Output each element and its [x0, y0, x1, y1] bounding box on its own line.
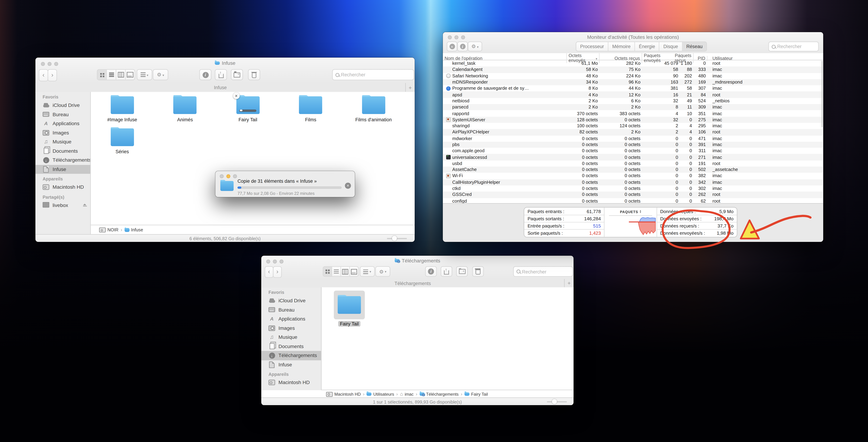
sidebar-item-bureau[interactable]: Bureau	[35, 110, 90, 119]
search-field[interactable]: Rechercher	[332, 69, 414, 80]
quit-process-button[interactable]: ×	[447, 41, 457, 52]
forward-button[interactable]: ›	[48, 69, 57, 81]
process-row[interactable]: mDNSResponder34 Ko96 Ko163272169_mdnsres…	[443, 79, 823, 86]
path-item-infuse[interactable]: Infuse	[124, 227, 143, 232]
group-by-button[interactable]: ▾	[137, 69, 152, 80]
process-row[interactable]: CallHistoryPluginHelper0 octets0 octets0…	[443, 179, 823, 185]
process-row[interactable]: universalaccessd0 octets0 octets00271ima…	[443, 154, 823, 160]
process-row[interactable]: Safari Networking48 Ko224 Ko90202480imac	[443, 73, 823, 79]
process-row[interactable]: kernel_task61,1 Mo282 Ko45 0791 1800root	[443, 60, 823, 67]
path-item-t-l-chargements[interactable]: ↓Téléchargements	[420, 391, 459, 397]
titlebar[interactable]: ↓ Téléchargements ‹ › ▾ ⚙▾ i Rechercher	[261, 256, 574, 280]
process-row[interactable]: AssetCache0 octets0 octets00502_assetcac…	[443, 166, 823, 173]
process-row[interactable]: SystemUIServer128 octets0 octets320275im…	[443, 117, 823, 123]
action-menu-button[interactable]: ⚙▾	[375, 266, 390, 277]
column-header-pid[interactable]: PID	[694, 56, 708, 61]
forward-button[interactable]: ›	[273, 266, 282, 278]
sidebar-item-applications[interactable]: AApplications	[261, 314, 321, 323]
sidebar-item-macintosh-hd[interactable]: Macintosh HD	[35, 183, 90, 192]
titlebar[interactable]: Moniteur d'activité (Toutes les opératio…	[443, 32, 823, 54]
sidebar-item-t-l-chargements[interactable]: ↓Téléchargements	[35, 156, 90, 165]
sidebar-item-musique[interactable]: ♫Musique	[261, 333, 321, 342]
icon-size-slider[interactable]	[387, 238, 407, 239]
sidebar-item-infuse[interactable]: Infuse	[261, 360, 321, 369]
tab-infuse[interactable]: Infuse	[35, 85, 405, 90]
file-item-fairy-tail[interactable]: ×Fairy Tail	[216, 96, 279, 122]
process-row[interactable]: apsd4 Ko12 Ko162184root	[443, 92, 823, 98]
sidebar-item-macintosh-hd[interactable]: Macintosh HD	[261, 378, 321, 387]
process-row[interactable]: AirPlayXPCHelper82 octets2 Ko24106root	[443, 129, 823, 135]
path-item-imac[interactable]: ⌂imac	[400, 391, 413, 397]
process-row[interactable]: usbd0 octets0 octets00191root	[443, 160, 823, 167]
view-list-button[interactable]	[107, 70, 116, 80]
new-folder-button[interactable]	[456, 266, 468, 277]
process-row[interactable]: sharingd100 octets124 octets24295imac	[443, 123, 823, 129]
back-button[interactable]: ‹	[39, 69, 48, 81]
process-row[interactable]: Wi-Fi0 octets0 octets00382imac	[443, 173, 823, 179]
view-columns-button[interactable]	[116, 70, 126, 80]
view-columns-button[interactable]	[341, 267, 350, 276]
path-item-utilisateurs[interactable]: Utilisateurs	[367, 391, 394, 397]
get-info-button[interactable]: i	[425, 266, 437, 277]
view-grid-button[interactable]	[97, 70, 107, 80]
view-list-button[interactable]	[332, 267, 341, 276]
inspect-process-button[interactable]: i	[457, 41, 468, 52]
process-row[interactable]: configd0 octets0 octets0062root	[443, 198, 823, 203]
sidebar-item-images[interactable]: Images	[35, 128, 90, 137]
group-by-button[interactable]: ▾	[360, 266, 375, 277]
new-folder-button[interactable]	[231, 69, 243, 80]
column-header-user[interactable]: Utilisateur	[708, 56, 823, 61]
process-row[interactable]: GSSCred0 octets0 octets00262root	[443, 192, 823, 198]
view-grid-button[interactable]	[323, 267, 332, 276]
icon-size-slider[interactable]	[547, 401, 567, 402]
sidebar-item-icloud-drive[interactable]: iCloud Drive	[35, 101, 90, 110]
file-item-anim-s[interactable]: Animés	[154, 96, 216, 122]
tab-downloads[interactable]: Téléchargements	[261, 280, 564, 286]
sidebar-item-icloud-drive[interactable]: iCloud Drive	[261, 296, 321, 305]
file-item-films-d-animation[interactable]: Films d'animation	[342, 96, 405, 122]
sidebar-item-documents[interactable]: Documents	[35, 147, 90, 156]
process-row[interactable]: netbiosd2 Ko6 Ko3249524_netbios	[443, 98, 823, 104]
tab-r-seau[interactable]: Réseau	[682, 42, 707, 51]
back-button[interactable]: ‹	[265, 266, 273, 278]
tab-m-moire[interactable]: Mémoire	[608, 42, 635, 51]
sidebar-item-applications[interactable]: AApplications	[35, 119, 90, 128]
titlebar[interactable]: Infuse ‹ › ▾ ⚙▾ i Rechercher	[35, 58, 415, 84]
tab-processeur[interactable]: Processeur	[576, 42, 608, 51]
file-item--image-infuse[interactable]: #Image Infuse	[91, 96, 154, 122]
file-item-s-ries[interactable]: Séries	[91, 128, 154, 155]
sidebar-item-livebox[interactable]: livebox	[35, 201, 90, 210]
new-tab-button[interactable]: +	[564, 279, 574, 287]
close-button[interactable]	[220, 174, 224, 178]
new-tab-button[interactable]: +	[405, 83, 415, 92]
graph-mode-selector[interactable]: PAQUETS ▴▾	[609, 208, 652, 216]
view-switcher[interactable]	[97, 69, 135, 80]
sidebar-item-infuse[interactable]: Infuse	[35, 165, 90, 174]
share-button[interactable]	[441, 266, 452, 277]
file-item-films[interactable]: Films	[279, 96, 342, 122]
action-menu-button[interactable]: ⚙▾	[153, 69, 168, 80]
settings-menu-button[interactable]: ⚙▾	[468, 41, 482, 52]
file-item-fairy-tail[interactable]: Fairy Tail	[332, 290, 367, 326]
sidebar-item-musique[interactable]: ♫Musique	[35, 137, 90, 147]
process-row[interactable]: ctkd0 octets0 octets00302imac	[443, 185, 823, 192]
process-row[interactable]: pbs0 octets0 octets00391imac	[443, 141, 823, 148]
process-row[interactable]: mdworker0 octets0 octets00471imac	[443, 135, 823, 141]
sidebar-item-documents[interactable]: Documents	[261, 342, 321, 351]
scrollbar[interactable]	[821, 61, 823, 127]
get-info-button[interactable]: i	[199, 69, 211, 80]
tab-disque[interactable]: Disque	[660, 42, 683, 51]
path-item-macintosh-hd[interactable]: Macintosh HD	[326, 391, 361, 397]
minimize-button[interactable]	[226, 174, 230, 178]
sidebar-item-images[interactable]: Images	[261, 323, 321, 333]
share-button[interactable]	[215, 69, 227, 80]
process-row[interactable]: Programme de sauvegarde et de sy…8 Ko44 …	[443, 85, 823, 92]
path-item-fairy-tail[interactable]: Fairy Tail	[465, 391, 488, 397]
view-switcher[interactable]	[323, 266, 359, 277]
zoom-button[interactable]	[233, 174, 237, 178]
process-row[interactable]: CalendarAgent58 Ko75 Ko5888333imac	[443, 66, 823, 73]
process-row[interactable]: rapportd370 octets383 octets410351imac	[443, 110, 823, 117]
eject-icon[interactable]	[83, 203, 87, 207]
delete-button[interactable]	[248, 69, 260, 80]
search-field[interactable]: Rechercher	[513, 266, 573, 277]
